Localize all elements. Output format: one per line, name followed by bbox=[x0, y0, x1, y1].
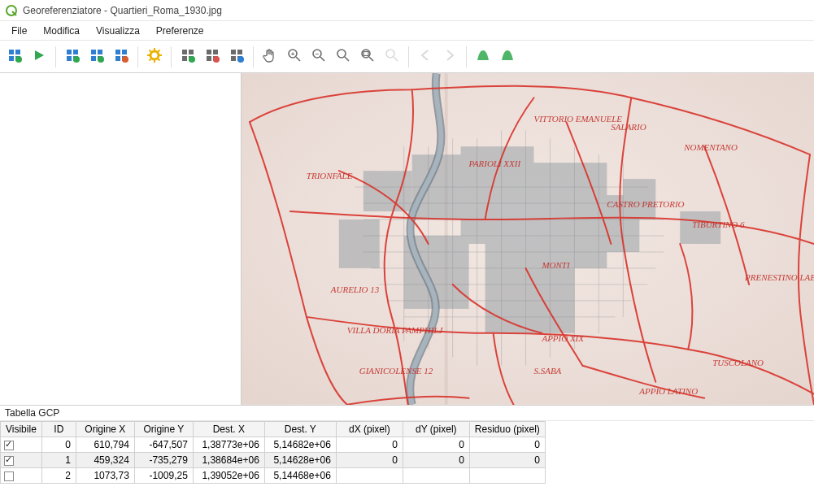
gcp-cell-visibile[interactable] bbox=[1, 468, 42, 484]
svg-rect-19 bbox=[115, 56, 120, 61]
svg-line-53 bbox=[345, 57, 349, 61]
svg-rect-12 bbox=[91, 50, 96, 54]
svg-text:+: + bbox=[291, 50, 295, 58]
settings-icon bbox=[147, 48, 162, 65]
gcp-cell-id[interactable]: 2 bbox=[41, 468, 76, 484]
gcp-cell-origine-x[interactable]: 610,794 bbox=[76, 437, 134, 453]
gcp-col-header[interactable]: Origine Y bbox=[134, 422, 193, 437]
map-district-label: APPIO LATINO bbox=[638, 386, 698, 396]
pan-icon bbox=[263, 48, 277, 65]
svg-rect-17 bbox=[115, 50, 120, 54]
gcp-cell-dy-pixel[interactable] bbox=[403, 468, 469, 484]
zoom-layer-button[interactable] bbox=[332, 46, 355, 68]
gcp-cell-id[interactable]: 0 bbox=[41, 437, 76, 453]
map-canvas[interactable]: VITTORIO EMANUELESALARIONOMENTANOPARIOLI… bbox=[241, 73, 814, 405]
gcp-cell-origine-y[interactable]: -647,507 bbox=[134, 437, 193, 453]
gcp-col-header[interactable]: ID bbox=[41, 422, 76, 437]
gcp-col-header[interactable]: Visibile bbox=[1, 422, 42, 437]
svg-point-21 bbox=[122, 56, 128, 63]
gcp-table[interactable]: VisibileIDOrigine XOrigine YDest. XDest.… bbox=[0, 421, 546, 484]
gcp-col-header[interactable]: Origine X bbox=[76, 422, 134, 437]
gcp-cell-dy-pixel[interactable]: 0 bbox=[403, 453, 469, 468]
map-district-label: CASTRO PRETORIO bbox=[607, 199, 684, 209]
svg-rect-7 bbox=[67, 50, 72, 54]
delete-point-button[interactable] bbox=[201, 46, 224, 68]
menu-visualizza[interactable]: Visualizza bbox=[88, 23, 148, 39]
gcp-cell-dest-x[interactable]: 1,38684e+06 bbox=[193, 453, 264, 468]
map-district-label: TUSCOLANO bbox=[712, 358, 764, 367]
svg-line-58 bbox=[394, 57, 398, 61]
svg-point-16 bbox=[98, 56, 104, 63]
move-point-icon bbox=[229, 48, 244, 65]
histogram-full-button[interactable] bbox=[496, 46, 519, 68]
gcp-table-row[interactable]: 0610,794-647,5071,38773e+065,14682e+0600… bbox=[1, 437, 546, 453]
gcp-col-header[interactable]: dY (pixel) bbox=[403, 422, 469, 437]
move-point-button[interactable] bbox=[225, 46, 248, 68]
gcp-cell-dest-y[interactable]: 5,14468e+06 bbox=[264, 468, 336, 484]
histogram-full-icon bbox=[500, 48, 515, 65]
canvas-wrap: VITTORIO EMANUELESALARIONOMENTANOPARIOLI… bbox=[0, 73, 814, 405]
svg-point-52 bbox=[337, 50, 346, 58]
gcp-cell-dest-y[interactable]: 5,14628e+06 bbox=[264, 453, 336, 468]
svg-point-22 bbox=[150, 51, 159, 59]
svg-rect-3 bbox=[9, 56, 14, 61]
toolbar-separator bbox=[171, 46, 172, 67]
gcp-cell-id[interactable]: 1 bbox=[41, 453, 76, 468]
map-district-label: AURELIO 13 bbox=[330, 285, 380, 294]
gcp-visibile-checkbox[interactable] bbox=[4, 441, 14, 450]
svg-rect-41 bbox=[231, 50, 236, 54]
menu-modifica[interactable]: Modifica bbox=[35, 23, 88, 39]
gcp-panel-title: Tabella GCP bbox=[0, 406, 814, 421]
zoom-full-button[interactable] bbox=[356, 46, 379, 68]
start-georef-button[interactable] bbox=[28, 46, 50, 68]
gcp-col-header[interactable]: Dest. X bbox=[193, 422, 264, 437]
menu-preferenze[interactable]: Preferenze bbox=[148, 23, 212, 39]
toolbar-separator bbox=[408, 46, 409, 67]
gcp-col-header[interactable]: Residuo (pixel) bbox=[469, 422, 545, 437]
gcp-col-header[interactable]: Dest. Y bbox=[264, 422, 336, 437]
add-point-button[interactable] bbox=[176, 46, 199, 68]
save-gcp-button[interactable] bbox=[61, 46, 84, 68]
histogram-local-button[interactable] bbox=[472, 46, 494, 68]
gcp-cell-residuo[interactable]: 0 bbox=[469, 453, 545, 468]
gcp-col-header[interactable]: dX (pixel) bbox=[336, 422, 403, 437]
export-gcp-button[interactable] bbox=[110, 46, 133, 68]
svg-rect-1 bbox=[9, 50, 14, 54]
gcp-cell-visibile[interactable] bbox=[1, 453, 42, 468]
gcp-cell-dx-pixel[interactable] bbox=[336, 468, 403, 484]
pan-button[interactable] bbox=[259, 46, 281, 68]
gcp-visibile-checkbox[interactable] bbox=[4, 471, 14, 481]
svg-point-11 bbox=[73, 56, 80, 63]
open-raster-button[interactable] bbox=[3, 46, 26, 68]
gcp-cell-dest-x[interactable]: 1,39052e+06 bbox=[193, 468, 264, 484]
prev-extent-icon bbox=[418, 48, 433, 65]
gcp-cell-dx-pixel[interactable]: 0 bbox=[336, 453, 403, 468]
zoom-out-button[interactable]: − bbox=[307, 46, 330, 68]
gcp-cell-dx-pixel[interactable]: 0 bbox=[336, 437, 403, 453]
gcp-cell-origine-y[interactable]: -1009,25 bbox=[134, 468, 193, 484]
next-extent-button bbox=[438, 46, 461, 68]
map-district-label: SALARIO bbox=[611, 122, 646, 132]
zoom-in-button[interactable]: + bbox=[283, 46, 306, 68]
svg-line-55 bbox=[369, 57, 373, 61]
zoom-in-icon: + bbox=[287, 48, 302, 65]
gcp-cell-dy-pixel[interactable]: 0 bbox=[403, 437, 469, 453]
gcp-cell-residuo[interactable]: 0 bbox=[469, 437, 545, 453]
svg-rect-66 bbox=[485, 244, 575, 333]
gcp-table-row[interactable]: 1459,324-735,2791,38684e+065,14628e+0600… bbox=[1, 453, 546, 468]
menu-file[interactable]: File bbox=[3, 23, 35, 39]
settings-button[interactable] bbox=[143, 46, 166, 68]
toolbar-separator bbox=[466, 46, 467, 67]
gcp-visibile-checkbox[interactable] bbox=[4, 456, 14, 466]
gcp-cell-visibile[interactable] bbox=[1, 437, 42, 453]
gcp-cell-origine-x[interactable]: 1073,73 bbox=[76, 468, 134, 484]
gcp-cell-origine-x[interactable]: 459,324 bbox=[76, 453, 134, 468]
gcp-cell-dest-x[interactable]: 1,38773e+06 bbox=[193, 437, 264, 453]
prev-extent-button bbox=[414, 46, 437, 68]
gcp-table-row[interactable]: 21073,73-1009,251,39052e+065,14468e+06 bbox=[1, 468, 546, 484]
load-gcp-button[interactable] bbox=[85, 46, 108, 68]
gcp-cell-residuo[interactable] bbox=[469, 468, 545, 484]
map-district-label: MONTI bbox=[541, 260, 570, 270]
gcp-cell-origine-y[interactable]: -735,279 bbox=[134, 453, 193, 468]
gcp-cell-dest-y[interactable]: 5,14682e+06 bbox=[264, 437, 336, 453]
